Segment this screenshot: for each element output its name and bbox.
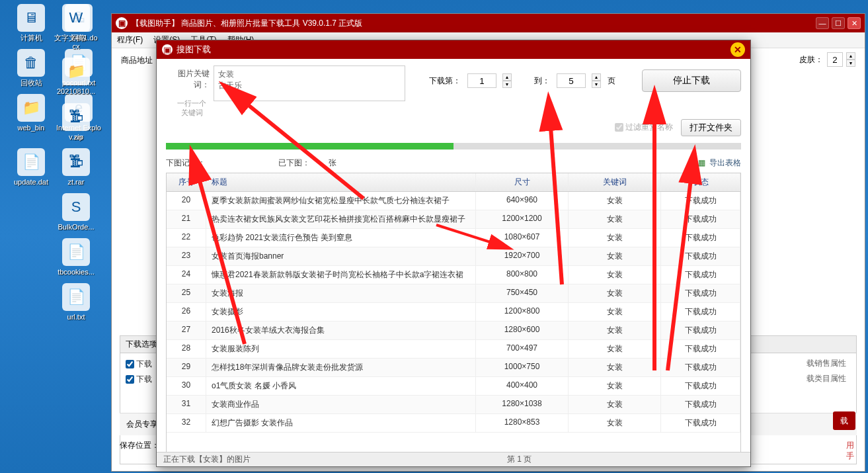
page-to-input[interactable] xyxy=(557,73,586,88)
skin-input[interactable] xyxy=(827,52,843,67)
table-row[interactable]: 26女装摄影1200×800女装下载成功 xyxy=(167,303,740,322)
modal-close-button[interactable]: ✕ xyxy=(730,42,745,57)
skin-label: 皮肤： xyxy=(799,54,823,65)
page-to-down[interactable]: ▼ xyxy=(592,81,601,88)
skin-down[interactable]: ▼ xyxy=(846,60,855,67)
table-row[interactable]: 29怎样找18年深圳青像品牌女装走份批发货源1000×750女装下载成功 xyxy=(167,359,740,377)
menu-program[interactable]: 程序(F) xyxy=(117,34,143,46)
cell-status: 下载成功 xyxy=(661,266,740,284)
icon-label: update.dat xyxy=(14,178,48,187)
minimize-button[interactable]: — xyxy=(816,17,829,29)
modal-statusbar: 正在下载【女装】的图片 第 1 页 xyxy=(157,452,750,466)
table-row[interactable]: 32幻想广告摄影 女装作品1280×853女装下载成功 xyxy=(167,414,740,433)
page-from-up[interactable]: ▲ xyxy=(502,73,512,81)
table-row[interactable]: 24慷惠君2021春装新款韩版女装裙子时尚宽松长袖格子中长款a字裙连衣裙800×… xyxy=(167,266,740,284)
close-button[interactable]: ✕ xyxy=(848,17,861,29)
page-to-up[interactable]: ▲ xyxy=(592,73,601,81)
icon-label: tbcookies... xyxy=(58,268,95,277)
export-table-link[interactable]: ⇩▦ 导出表格 xyxy=(691,157,741,169)
table-row[interactable]: 20夏季女装新款闺蜜装网纱仙女裙宽松显瘦中长款气质七分袖连衣裙子640×960女… xyxy=(167,192,740,210)
cell-keyword: 女装 xyxy=(569,340,661,358)
col-keyword[interactable]: 关键词 xyxy=(569,173,661,191)
table-row[interactable]: 30o1气质女装 名媛 小香风400×400女装下载成功 xyxy=(167,377,740,396)
table-row[interactable]: 272016秋冬女装羊绒大衣海报合集1280×600女装下载成功 xyxy=(167,322,740,340)
side-download-button[interactable]: 载 xyxy=(833,411,855,430)
col-status[interactable]: 状态 xyxy=(661,173,740,191)
skin-up[interactable]: ▲ xyxy=(846,52,855,60)
search-download-dialog: ▣ 搜图下载 ✕ 图片关键词： 下载第： ▲▼ 到： ▲▼ 页 停止下载 一行一… xyxy=(156,40,751,467)
table-row[interactable]: 25女装海报750×450女装下载成功 xyxy=(167,284,740,303)
chk-download-1[interactable] xyxy=(126,360,134,368)
cell-index: 32 xyxy=(167,414,206,432)
status-left: 正在下载【女装】的图片 xyxy=(163,454,494,465)
icon-label: BulkOrde... xyxy=(58,223,94,232)
desktop-icon[interactable]: W文字文稿1.docx xyxy=(53,4,99,51)
main-title: 【载图助手】 商品图片、相册照片批量下载工具 V39.0.1.7 正式版 xyxy=(132,18,362,29)
desktop: 🖥计算机🖧网络🗑回收站📄pocourl.txt📁web_bineInternet… xyxy=(0,0,112,473)
cell-title: 怎样找18年深圳青像品牌女装走份批发货源 xyxy=(206,359,476,376)
export-icon: ⇩▦ xyxy=(691,158,705,167)
cell-status: 下载成功 xyxy=(661,359,740,376)
desktop-icon[interactable]: 📄url.txt xyxy=(53,283,99,322)
icon-label: url.txt xyxy=(67,313,85,322)
page-from-label: 下载第： xyxy=(429,75,461,87)
desktop-icon[interactable]: 🖥计算机 xyxy=(8,4,54,42)
page-from-input[interactable] xyxy=(467,73,496,88)
cell-keyword: 女装 xyxy=(569,377,661,395)
cell-index: 24 xyxy=(167,266,206,284)
desktop-icon[interactable]: 📄tbcookies... xyxy=(53,238,99,277)
desktop-icon[interactable]: 🗜v.zip xyxy=(53,103,99,142)
table-body[interactable]: 20夏季女装新款闺蜜装网纱仙女裙宽松显瘦中长款气质七分袖连衣裙子640×960女… xyxy=(167,192,740,456)
cell-keyword: 女装 xyxy=(569,247,661,265)
cell-title: 热卖连衣裙女民族风女装文艺印花长袖拼接宽松百搭棉麻中长款显瘦裙子 xyxy=(206,210,476,228)
table-row[interactable]: 31女装商业作品1280×1038女装下载成功 xyxy=(167,396,740,414)
maximize-button[interactable]: ☐ xyxy=(832,17,845,29)
file-icon: 📁 xyxy=(17,94,45,122)
keyword-textarea[interactable] xyxy=(214,65,405,101)
cell-keyword: 女装 xyxy=(569,414,661,432)
cell-size: 750×450 xyxy=(476,284,569,302)
desktop-icon[interactable]: 🗑回收站 xyxy=(8,49,54,87)
desktop-icon[interactable]: 📁20210810... xyxy=(53,58,99,96)
desktop-icon[interactable]: 📄update.dat xyxy=(8,148,54,187)
cell-size: 1920×700 xyxy=(476,247,569,265)
cell-title: 夏季女装新款闺蜜装网纱仙女裙宽松显瘦中长款气质七分袖连衣裙子 xyxy=(206,192,476,210)
col-index[interactable]: 序号 xyxy=(167,173,206,191)
cell-size: 700×497 xyxy=(476,340,569,358)
col-size[interactable]: 尺寸 xyxy=(476,173,569,191)
cell-status: 下载成功 xyxy=(661,322,740,339)
cell-status: 下载成功 xyxy=(661,396,740,413)
stop-download-button[interactable]: 停止下载 xyxy=(642,69,741,92)
table-row[interactable]: 21热卖连衣裙女民族风女装文艺印花长袖拼接宽松百搭棉麻中长款显瘦裙子1200×1… xyxy=(167,210,740,229)
vip-label: 会员专享 xyxy=(126,419,158,430)
icon-label: web_bin xyxy=(18,124,45,132)
table-row[interactable]: 23女装首页海报banner1920×700女装下载成功 xyxy=(167,247,740,266)
desktop-icon[interactable]: SBulkOrde... xyxy=(53,193,99,232)
cell-title: o1气质女装 名媛 小香风 xyxy=(206,377,476,395)
page-from-down[interactable]: ▼ xyxy=(502,81,512,88)
cell-index: 20 xyxy=(167,192,206,210)
cell-status: 下载成功 xyxy=(661,303,740,321)
chk-download-2[interactable] xyxy=(126,375,134,384)
col-title[interactable]: 标题 xyxy=(206,173,476,191)
cell-status: 下载成功 xyxy=(661,377,740,395)
desktop-icon[interactable]: 🗜zt.rar xyxy=(53,148,99,187)
file-icon: 📄 xyxy=(17,148,45,176)
table-row[interactable]: 28女装服装陈列700×497女装下载成功 xyxy=(167,340,740,359)
cell-status: 下载成功 xyxy=(661,414,740,432)
cell-index: 29 xyxy=(167,359,206,376)
cell-title: 慷惠君2021春装新款韩版女装裙子时尚宽松长袖格子中长款a字裙连衣裙 xyxy=(206,266,476,284)
cell-status: 下载成功 xyxy=(661,284,740,302)
open-folder-button[interactable]: 打开文件夹 xyxy=(681,119,741,136)
icon-label: 20210810... xyxy=(57,87,95,96)
file-icon: S xyxy=(62,193,90,221)
filter-dup-checkbox[interactable] xyxy=(615,123,623,132)
keyword-hint: 一行一个 关键词 xyxy=(170,99,214,118)
cell-title: 色彩趋势 2021女装流行色预告 美到窒息 xyxy=(206,229,476,247)
cell-index: 21 xyxy=(167,210,206,228)
modal-title: 搜图下载 xyxy=(177,44,211,56)
desktop-icon[interactable]: 📁web_bin xyxy=(8,94,54,132)
table-row[interactable]: 22色彩趋势 2021女装流行色预告 美到窒息1080×607女装下载成功 xyxy=(167,229,740,247)
file-icon: W xyxy=(62,4,90,32)
cell-size: 1200×800 xyxy=(476,303,569,321)
